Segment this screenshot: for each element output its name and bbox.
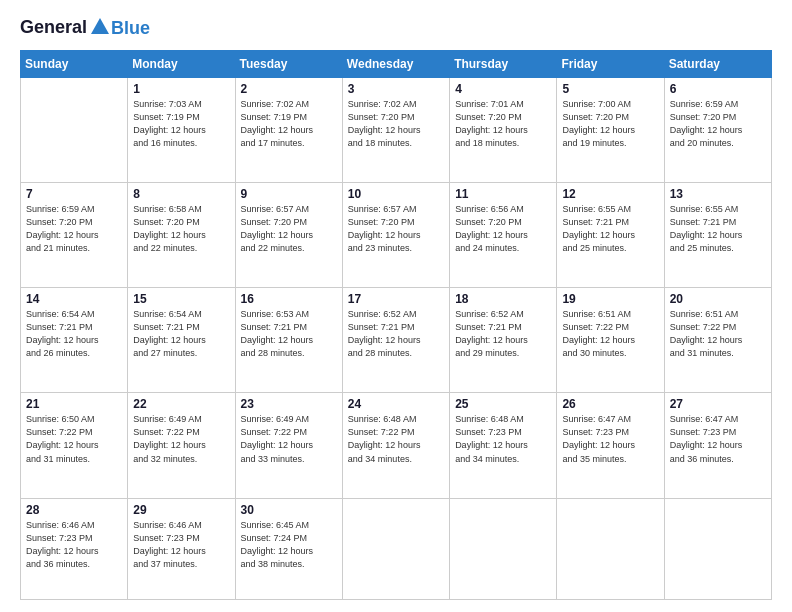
day-info: Sunrise: 6:47 AM Sunset: 7:23 PM Dayligh… xyxy=(562,413,658,465)
calendar-header-friday: Friday xyxy=(557,51,664,78)
calendar-cell: 13Sunrise: 6:55 AM Sunset: 7:21 PM Dayli… xyxy=(664,183,771,288)
day-info: Sunrise: 6:55 AM Sunset: 7:21 PM Dayligh… xyxy=(562,203,658,255)
calendar-header-monday: Monday xyxy=(128,51,235,78)
day-info: Sunrise: 6:48 AM Sunset: 7:22 PM Dayligh… xyxy=(348,413,444,465)
day-number: 22 xyxy=(133,397,229,411)
day-number: 25 xyxy=(455,397,551,411)
day-number: 26 xyxy=(562,397,658,411)
calendar-header-tuesday: Tuesday xyxy=(235,51,342,78)
logo-blue: Blue xyxy=(111,18,150,39)
calendar-week-4: 21Sunrise: 6:50 AM Sunset: 7:22 PM Dayli… xyxy=(21,393,772,498)
day-info: Sunrise: 6:49 AM Sunset: 7:22 PM Dayligh… xyxy=(241,413,337,465)
day-info: Sunrise: 6:51 AM Sunset: 7:22 PM Dayligh… xyxy=(562,308,658,360)
day-info: Sunrise: 6:58 AM Sunset: 7:20 PM Dayligh… xyxy=(133,203,229,255)
calendar-cell: 26Sunrise: 6:47 AM Sunset: 7:23 PM Dayli… xyxy=(557,393,664,498)
day-number: 20 xyxy=(670,292,766,306)
day-info: Sunrise: 6:47 AM Sunset: 7:23 PM Dayligh… xyxy=(670,413,766,465)
day-number: 1 xyxy=(133,82,229,96)
day-number: 4 xyxy=(455,82,551,96)
calendar-cell xyxy=(342,498,449,600)
calendar-cell: 17Sunrise: 6:52 AM Sunset: 7:21 PM Dayli… xyxy=(342,288,449,393)
day-number: 21 xyxy=(26,397,122,411)
calendar-week-3: 14Sunrise: 6:54 AM Sunset: 7:21 PM Dayli… xyxy=(21,288,772,393)
calendar-table: SundayMondayTuesdayWednesdayThursdayFrid… xyxy=(20,50,772,600)
day-number: 9 xyxy=(241,187,337,201)
day-info: Sunrise: 7:00 AM Sunset: 7:20 PM Dayligh… xyxy=(562,98,658,150)
day-number: 14 xyxy=(26,292,122,306)
calendar-cell: 10Sunrise: 6:57 AM Sunset: 7:20 PM Dayli… xyxy=(342,183,449,288)
day-info: Sunrise: 6:59 AM Sunset: 7:20 PM Dayligh… xyxy=(26,203,122,255)
calendar-cell xyxy=(21,78,128,183)
day-info: Sunrise: 6:54 AM Sunset: 7:21 PM Dayligh… xyxy=(26,308,122,360)
svg-marker-0 xyxy=(91,18,109,34)
day-info: Sunrise: 6:46 AM Sunset: 7:23 PM Dayligh… xyxy=(26,519,122,571)
calendar-cell: 22Sunrise: 6:49 AM Sunset: 7:22 PM Dayli… xyxy=(128,393,235,498)
calendar-week-5: 28Sunrise: 6:46 AM Sunset: 7:23 PM Dayli… xyxy=(21,498,772,600)
day-number: 19 xyxy=(562,292,658,306)
calendar-cell: 4Sunrise: 7:01 AM Sunset: 7:20 PM Daylig… xyxy=(450,78,557,183)
day-info: Sunrise: 7:01 AM Sunset: 7:20 PM Dayligh… xyxy=(455,98,551,150)
day-number: 23 xyxy=(241,397,337,411)
calendar-cell: 24Sunrise: 6:48 AM Sunset: 7:22 PM Dayli… xyxy=(342,393,449,498)
calendar-header-thursday: Thursday xyxy=(450,51,557,78)
day-number: 10 xyxy=(348,187,444,201)
calendar-cell: 15Sunrise: 6:54 AM Sunset: 7:21 PM Dayli… xyxy=(128,288,235,393)
logo-text: General xyxy=(20,16,111,40)
day-number: 15 xyxy=(133,292,229,306)
day-info: Sunrise: 6:53 AM Sunset: 7:21 PM Dayligh… xyxy=(241,308,337,360)
calendar-cell xyxy=(664,498,771,600)
calendar-cell: 18Sunrise: 6:52 AM Sunset: 7:21 PM Dayli… xyxy=(450,288,557,393)
calendar-cell: 9Sunrise: 6:57 AM Sunset: 7:20 PM Daylig… xyxy=(235,183,342,288)
calendar-cell: 5Sunrise: 7:00 AM Sunset: 7:20 PM Daylig… xyxy=(557,78,664,183)
day-number: 2 xyxy=(241,82,337,96)
day-number: 16 xyxy=(241,292,337,306)
day-info: Sunrise: 6:51 AM Sunset: 7:22 PM Dayligh… xyxy=(670,308,766,360)
calendar-week-1: 1Sunrise: 7:03 AM Sunset: 7:19 PM Daylig… xyxy=(21,78,772,183)
calendar-header-wednesday: Wednesday xyxy=(342,51,449,78)
day-number: 5 xyxy=(562,82,658,96)
calendar-header-sunday: Sunday xyxy=(21,51,128,78)
calendar-cell: 21Sunrise: 6:50 AM Sunset: 7:22 PM Dayli… xyxy=(21,393,128,498)
calendar-cell: 2Sunrise: 7:02 AM Sunset: 7:19 PM Daylig… xyxy=(235,78,342,183)
day-number: 24 xyxy=(348,397,444,411)
calendar-cell: 27Sunrise: 6:47 AM Sunset: 7:23 PM Dayli… xyxy=(664,393,771,498)
day-number: 13 xyxy=(670,187,766,201)
day-number: 11 xyxy=(455,187,551,201)
calendar-cell: 28Sunrise: 6:46 AM Sunset: 7:23 PM Dayli… xyxy=(21,498,128,600)
day-info: Sunrise: 6:52 AM Sunset: 7:21 PM Dayligh… xyxy=(348,308,444,360)
day-number: 30 xyxy=(241,503,337,517)
day-info: Sunrise: 6:56 AM Sunset: 7:20 PM Dayligh… xyxy=(455,203,551,255)
calendar-cell xyxy=(557,498,664,600)
day-info: Sunrise: 6:55 AM Sunset: 7:21 PM Dayligh… xyxy=(670,203,766,255)
day-number: 8 xyxy=(133,187,229,201)
day-info: Sunrise: 6:59 AM Sunset: 7:20 PM Dayligh… xyxy=(670,98,766,150)
calendar-cell: 30Sunrise: 6:45 AM Sunset: 7:24 PM Dayli… xyxy=(235,498,342,600)
day-info: Sunrise: 6:52 AM Sunset: 7:21 PM Dayligh… xyxy=(455,308,551,360)
calendar-cell: 16Sunrise: 6:53 AM Sunset: 7:21 PM Dayli… xyxy=(235,288,342,393)
calendar-cell: 3Sunrise: 7:02 AM Sunset: 7:20 PM Daylig… xyxy=(342,78,449,183)
calendar-cell: 1Sunrise: 7:03 AM Sunset: 7:19 PM Daylig… xyxy=(128,78,235,183)
day-number: 17 xyxy=(348,292,444,306)
calendar-cell: 8Sunrise: 6:58 AM Sunset: 7:20 PM Daylig… xyxy=(128,183,235,288)
calendar-header-saturday: Saturday xyxy=(664,51,771,78)
calendar-cell: 23Sunrise: 6:49 AM Sunset: 7:22 PM Dayli… xyxy=(235,393,342,498)
calendar-header-row: SundayMondayTuesdayWednesdayThursdayFrid… xyxy=(21,51,772,78)
day-info: Sunrise: 6:57 AM Sunset: 7:20 PM Dayligh… xyxy=(241,203,337,255)
day-info: Sunrise: 6:48 AM Sunset: 7:23 PM Dayligh… xyxy=(455,413,551,465)
header: General Blue xyxy=(20,16,772,40)
calendar-cell: 6Sunrise: 6:59 AM Sunset: 7:20 PM Daylig… xyxy=(664,78,771,183)
calendar-cell: 7Sunrise: 6:59 AM Sunset: 7:20 PM Daylig… xyxy=(21,183,128,288)
calendar-page: General Blue SundayMondayTuesdayWednesda… xyxy=(0,0,792,612)
calendar-cell: 29Sunrise: 6:46 AM Sunset: 7:23 PM Dayli… xyxy=(128,498,235,600)
day-number: 27 xyxy=(670,397,766,411)
day-info: Sunrise: 7:03 AM Sunset: 7:19 PM Dayligh… xyxy=(133,98,229,150)
calendar-week-2: 7Sunrise: 6:59 AM Sunset: 7:20 PM Daylig… xyxy=(21,183,772,288)
day-number: 12 xyxy=(562,187,658,201)
day-info: Sunrise: 7:02 AM Sunset: 7:19 PM Dayligh… xyxy=(241,98,337,150)
calendar-cell: 20Sunrise: 6:51 AM Sunset: 7:22 PM Dayli… xyxy=(664,288,771,393)
day-info: Sunrise: 7:02 AM Sunset: 7:20 PM Dayligh… xyxy=(348,98,444,150)
day-number: 18 xyxy=(455,292,551,306)
calendar-cell: 11Sunrise: 6:56 AM Sunset: 7:20 PM Dayli… xyxy=(450,183,557,288)
day-info: Sunrise: 6:45 AM Sunset: 7:24 PM Dayligh… xyxy=(241,519,337,571)
calendar-cell: 12Sunrise: 6:55 AM Sunset: 7:21 PM Dayli… xyxy=(557,183,664,288)
